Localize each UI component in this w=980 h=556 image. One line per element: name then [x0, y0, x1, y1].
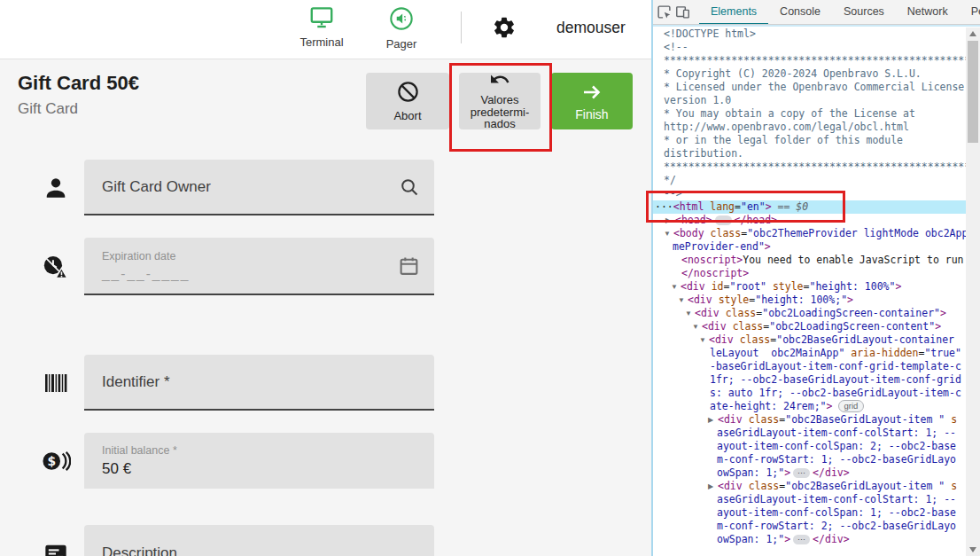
code-line[interactable]: * Licensed under the Openbravo Commercia… [653, 81, 966, 94]
expiry-alert-icon [27, 254, 84, 280]
devtools-left-divider[interactable] [651, 0, 653, 556]
code-line[interactable]: <noscript>You need to enable JavaScript … [653, 254, 966, 267]
description-row: Description [27, 525, 434, 556]
expiration-date-placeholder: __-__-____ [102, 266, 434, 282]
screen: Terminal Pager demouser Gi [0, 0, 980, 556]
code-line[interactable]: <!DOCTYPE html> [653, 27, 966, 41]
code-line[interactable]: ****************************************… [653, 54, 966, 67]
undo-icon [489, 72, 510, 91]
devtools-tab-network[interactable]: Network [896, 0, 960, 25]
abort-label: Abort [393, 110, 421, 122]
code-line[interactable]: version 1.0 [653, 94, 966, 107]
devtools-panel: ElementsConsoleSourcesNetworkPerformance… [651, 0, 980, 556]
code-line[interactable]: ▶<head>···</head> [653, 214, 966, 227]
code-line[interactable]: ▶<div class="obc2BaseGridLayout-item " s [653, 413, 966, 427]
code-line[interactable]: http://www.openbravo.com/legal/obcl.html [653, 121, 966, 134]
code-line[interactable]: ▼<div class="obc2BaseGridLayout-containe… [653, 333, 966, 347]
initial-balance-value: 50 € [102, 460, 434, 478]
devtools-tab-console[interactable]: Console [768, 0, 832, 25]
code-line[interactable]: * Copyright (C) 2020-2024 Openbravo S.L.… [653, 67, 966, 81]
expiration-date-field[interactable]: Expiration date __-__-____ [84, 238, 434, 295]
description-field[interactable]: Description [84, 525, 434, 556]
barcode-icon [27, 372, 84, 395]
code-line[interactable]: ▼<div class="obc2LoadingScreen-container… [653, 307, 966, 320]
expand-arrow-icon: ▼ [692, 320, 702, 333]
card-text-icon [27, 541, 84, 556]
description-label: Description [102, 544, 434, 556]
code-line[interactable]: ayout-item-conf-colSpan: 1; --obc2-base [653, 506, 966, 520]
initial-balance-field[interactable]: Initial balance * 50 € [84, 433, 434, 489]
code-line[interactable]: owSpan: 1;">···</div> [653, 533, 966, 546]
search-icon[interactable] [399, 176, 420, 198]
expand-arrow-icon: ▼ [664, 227, 673, 240]
code-line[interactable]: ****************************************… [653, 161, 966, 174]
code-line[interactable]: <!-- [653, 41, 966, 54]
identifier-field[interactable]: Identifier * [84, 355, 434, 411]
devtools-tab-elements[interactable]: Elements [699, 0, 768, 25]
code-line[interactable]: */ [653, 174, 966, 187]
code-line[interactable]: meProvider-end"> [653, 240, 966, 254]
devtools-scrollbar[interactable] [966, 27, 980, 556]
expand-arrow-icon: ▶ [665, 214, 675, 227]
expiration-date-row: Expiration date __-__-____ [27, 238, 434, 295]
code-line-selected[interactable]: ···<html lang="en"> == $0 [653, 200, 966, 214]
finish-button[interactable]: Finish [551, 73, 633, 129]
devtools-toolbar: ElementsConsoleSourcesNetworkPerformance [653, 0, 980, 25]
current-user-label[interactable]: demouser [556, 19, 626, 37]
default-values-label: Valores predetermi- nados [471, 94, 529, 130]
code-line[interactable]: * or in the legal folder of this module [653, 134, 966, 147]
abort-button[interactable]: Abort [366, 73, 449, 129]
code-line[interactable]: m-conf-rowStart: 1; --obc2-baseGridLayo [653, 453, 966, 466]
pager-nav-button[interactable]: Pager [376, 6, 427, 51]
expand-arrow-icon: ▶ [708, 480, 718, 493]
expand-arrow-icon: ▼ [671, 280, 681, 294]
code-line[interactable]: * You may obtain a copy of the License a… [653, 107, 966, 121]
code-line[interactable]: ▼<body class="obc2ThemeProvider lightMod… [653, 227, 966, 240]
code-line[interactable]: ▶<div class="obc2BaseGridLayout-item " s [653, 480, 966, 493]
block-icon [396, 80, 420, 107]
calendar-icon[interactable] [398, 255, 420, 277]
identifier-row: Identifier * [27, 355, 434, 411]
code-line[interactable]: aseGridLayout-item-conf-colStart: 1; -- [653, 493, 966, 506]
expiration-date-label: Expiration date [102, 250, 434, 262]
pager-label: Pager [386, 37, 417, 51]
code-line[interactable]: leLayout obc2MainApp" aria-hidden="true" [653, 347, 966, 360]
expand-arrow-icon: ▼ [699, 333, 709, 347]
scrollbar-up-arrow-icon[interactable] [966, 27, 980, 40]
code-line[interactable]: ▼<div class="obc2LoadingScreen-content"> [653, 320, 966, 333]
default-values-button[interactable]: Valores predetermi- nados [459, 73, 541, 129]
header-divider [461, 12, 462, 43]
gift-card-owner-row: Gift Card Owner [27, 160, 434, 215]
terminal-label: Terminal [299, 35, 343, 49]
initial-balance-label: Initial balance * [102, 444, 434, 457]
code-line[interactable]: 1fr; --obc2-baseGridLayout-item-conf-gri… [653, 373, 966, 387]
scrollbar-down-arrow-icon[interactable] [966, 544, 980, 556]
devtools-tab-performance[interactable]: Performance [960, 0, 980, 25]
settings-gear-icon[interactable] [492, 15, 517, 40]
code-line[interactable]: ayout-item-conf-colSpan: 2; --obc2-base [653, 440, 966, 453]
code-line[interactable]: owSpan: 1;">···</div> [653, 466, 966, 480]
pager-icon [389, 6, 414, 35]
gift-card-owner-field[interactable]: Gift Card Owner [84, 160, 434, 215]
code-line[interactable]: --> [653, 187, 966, 200]
code-line[interactable]: ate-height: 24rem;">grid [653, 400, 966, 413]
code-line[interactable]: -baseGridLayout-item-conf-grid-template-… [653, 360, 966, 373]
devtools-tab-sources[interactable]: Sources [832, 0, 896, 25]
terminal-nav-button[interactable]: Terminal [296, 6, 347, 49]
code-line[interactable]: </noscript> [653, 267, 966, 280]
scrollbar-thumb[interactable] [968, 41, 978, 143]
inspect-element-icon[interactable] [657, 3, 672, 22]
code-line[interactable]: ▼<div style="height: 100%;"> [653, 294, 966, 307]
code-line[interactable]: aseGridLayout-item-conf-colStart: 1; -- [653, 427, 966, 440]
device-toolbar-icon[interactable] [675, 3, 690, 22]
code-line[interactable]: m-conf-rowStart: 2; --obc2-baseGridLayo [653, 520, 966, 533]
arrow-right-icon [579, 82, 604, 106]
expand-arrow-icon: ▼ [678, 294, 688, 307]
code-line[interactable]: distribution. [653, 147, 966, 161]
code-line[interactable]: s: auto 1fr; --obc2-baseGridLayout-item-… [653, 387, 966, 400]
code-line[interactable]: ▼<div id="root" style="height: 100%"> [653, 280, 966, 294]
grid-badge: grid [838, 400, 865, 412]
initial-balance-row: $ Initial balance * 50 € [27, 433, 434, 489]
person-icon [27, 175, 84, 201]
devtools-tabs: ElementsConsoleSourcesNetworkPerformance [699, 0, 980, 25]
